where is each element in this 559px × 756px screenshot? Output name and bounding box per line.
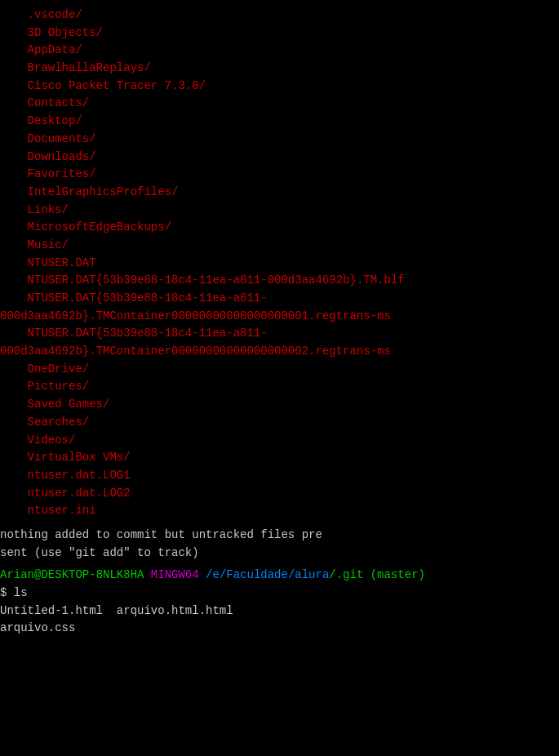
prompt-dollar: $ [0, 586, 14, 599]
dir-brawlhalla: BrawlhallaReplays/ [0, 60, 559, 78]
file-ntuser-ini: ntuser.ini [0, 502, 559, 520]
dir-links: Links/ [0, 202, 559, 220]
dir-intel: IntelGraphicsProfiles/ [0, 184, 559, 202]
prompt-space2 [199, 567, 206, 585]
file-ntuser-dat: NTUSER.DAT [0, 255, 559, 273]
file-ntuser-tm-blf: NTUSER.DAT{53b39e88-18c4-11ea-a811-000d3… [0, 272, 559, 290]
file-ntuser-log1: ntuser.dat.LOG1 [0, 467, 559, 485]
dir-microsoft-edge: MicrosoftEdgeBackups/ [0, 219, 559, 237]
git-status-line2: sent (use "git add" to track) [0, 545, 559, 563]
dir-documents: Documents/ [0, 131, 559, 149]
dir-vscode: .vscode/ [0, 7, 559, 24]
dir-saved-games: Saved Games/ [0, 396, 559, 414]
prompt-path: /e/Faculdade/alura [206, 567, 329, 585]
terminal: .vscode/ 3D Objects/ AppData/ Brawlhalla… [0, 0, 559, 756]
dir-downloads: Downloads/ [0, 149, 559, 167]
prompt-at: @ [34, 567, 41, 585]
prompt-mingw: MINGW64 [151, 567, 199, 585]
dir-desktop: Desktop/ [0, 113, 559, 131]
ls-output-line1: Untitled-1.html arquivo.html.html [0, 603, 559, 620]
file-ntuser-log2: ntuser.dat.LOG2 [0, 485, 559, 503]
prompt-hostname: DESKTOP-8NLK8HA [41, 567, 144, 585]
dir-searches: Searches/ [0, 414, 559, 432]
dir-onedrive: OneDrive/ [0, 361, 559, 379]
prompt-space1 [144, 567, 150, 585]
prompt-username: Arian [0, 567, 34, 585]
prompt-command-line: $ ls [0, 585, 559, 603]
dir-cisco: Cisco Packet Tracer 7.3.0/ [0, 78, 559, 96]
file-ntuser-tmcontainer1: NTUSER.DAT{53b39e88-18c4-11ea-a811-000d3… [0, 290, 559, 325]
dir-videos: Videos/ [0, 432, 559, 450]
file-ntuser-tmcontainer2: NTUSER.DAT{53b39e88-18c4-11ea-a811-000d3… [0, 325, 559, 360]
dir-virtualbox: VirtualBox VMs/ [0, 449, 559, 467]
dir-contacts: Contacts/ [0, 95, 559, 113]
command-ls: ls [14, 586, 28, 599]
ls-output-line2: arquivo.css [0, 620, 559, 638]
dir-music: Music/ [0, 237, 559, 255]
dir-pictures: Pictures/ [0, 378, 559, 396]
dir-appdata: AppData/ [0, 42, 559, 60]
git-status-line1: nothing added to commit but untracked fi… [0, 527, 559, 545]
dir-3d-objects: 3D Objects/ [0, 24, 559, 42]
prompt-git: /.git (master) [329, 567, 425, 585]
dir-favorites: Favorites/ [0, 166, 559, 184]
shell-prompt: Arian@DESKTOP-8NLK8HA MINGW64 /e/Faculda… [0, 567, 559, 585]
